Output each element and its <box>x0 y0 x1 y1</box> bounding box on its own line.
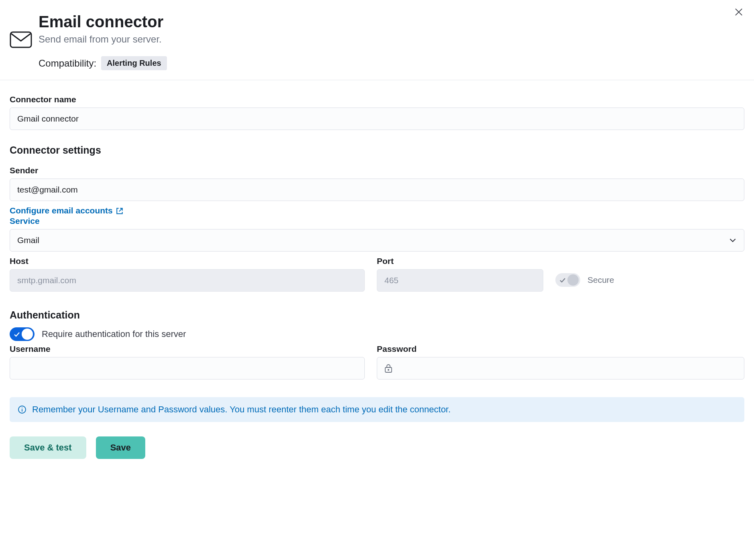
authentication-title: Authentication <box>10 309 744 321</box>
mail-icon <box>10 31 32 48</box>
lock-icon <box>384 363 393 373</box>
page-subtitle: Send email from your server. <box>39 34 744 45</box>
password-label: Password <box>377 344 744 354</box>
sender-label: Sender <box>10 166 744 175</box>
port-label: Port <box>377 256 543 266</box>
check-icon <box>13 331 20 338</box>
require-auth-text: Require authentication for this server <box>42 329 186 339</box>
compatibility-label: Compatibility: <box>39 58 96 69</box>
header: Email connector Send email from your ser… <box>0 0 754 80</box>
check-icon <box>559 276 566 284</box>
password-input[interactable] <box>377 357 744 379</box>
external-link-icon <box>116 207 123 214</box>
port-input <box>377 269 543 292</box>
svg-point-2 <box>388 369 389 370</box>
secure-label: Secure <box>587 275 614 285</box>
page-title: Email connector <box>39 12 744 31</box>
connector-name-input[interactable] <box>10 108 744 130</box>
configure-link-text: Configure email accounts <box>10 206 113 215</box>
sender-input[interactable] <box>10 179 744 201</box>
svg-point-4 <box>22 408 22 408</box>
connector-name-label: Connector name <box>10 95 744 104</box>
host-input <box>10 269 365 292</box>
configure-email-accounts-link[interactable]: Configure email accounts <box>10 206 123 215</box>
username-label: Username <box>10 344 365 354</box>
secure-toggle <box>555 273 580 287</box>
info-callout: Remember your Username and Password valu… <box>10 397 744 422</box>
info-icon <box>18 405 26 414</box>
save-and-test-button[interactable]: Save & test <box>10 436 86 459</box>
host-label: Host <box>10 256 365 266</box>
close-button[interactable] <box>733 6 744 18</box>
save-button[interactable]: Save <box>96 436 145 459</box>
username-input[interactable] <box>10 357 365 379</box>
callout-text: Remember your Username and Password valu… <box>32 404 451 415</box>
connector-settings-title: Connector settings <box>10 144 744 156</box>
compatibility-badge: Alerting Rules <box>101 56 167 70</box>
svg-rect-0 <box>10 32 31 47</box>
service-label: Service <box>10 216 40 226</box>
require-auth-toggle[interactable] <box>10 327 35 341</box>
service-select[interactable] <box>10 229 744 252</box>
